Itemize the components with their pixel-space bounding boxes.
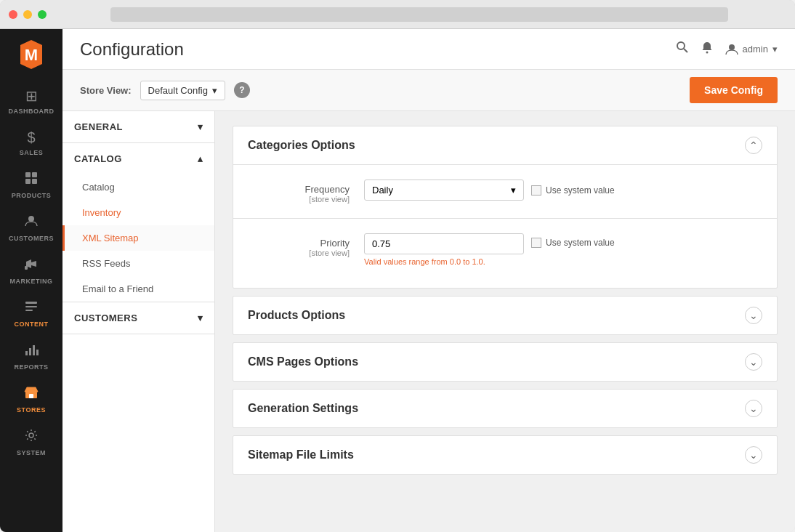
nav-item-inventory[interactable]: Inventory [62,200,214,225]
panel-cms-pages-options-toggle[interactable]: ⌄ [745,353,762,371]
svg-rect-6 [32,179,37,184]
nav-section-general-chevron: ▾ [198,121,203,132]
svg-rect-14 [33,345,35,355]
customers-icon [24,214,39,232]
sidebar-item-products[interactable]: PRODUCTS [0,164,62,206]
page-header: Configuration admin ▾ [62,29,795,70]
sidebar-item-marketing[interactable]: MARKETING [0,249,62,292]
field-frequency-input-col: Daily ▾ Use system value [364,180,762,201]
nav-section-general: GENERAL ▾ [62,111,214,143]
help-icon[interactable]: ? [234,82,250,98]
nav-item-rss-feeds[interactable]: RSS Feeds [62,251,214,276]
panel-products-options-header[interactable]: Products Options ⌄ [233,297,777,334]
nav-section-customers-chevron: ▾ [198,313,203,323]
panel-sitemap-file-limits-header[interactable]: Sitemap File Limits ⌄ [233,436,777,474]
frequency-use-system-checkbox[interactable] [531,185,541,196]
priority-system-label: Use system value [546,238,615,248]
panel-cms-pages-options-title: CMS Pages Options [248,355,358,368]
nav-section-catalog-header[interactable]: CATALOG ▴ [62,143,214,174]
field-divider [233,218,777,219]
priority-input-wrapper: Valid values range from 0.0 to 1.0. [364,233,524,266]
nav-section-catalog-chevron: ▴ [198,153,203,164]
panel-categories-options: Categories Options ⌃ Frequency [store vi… [233,126,778,289]
sidebar-item-dashboard-label: DASHBOARD [9,108,55,115]
svg-rect-17 [29,394,33,398]
nav-section-customers-header[interactable]: CUSTOMERS ▾ [62,302,214,334]
nav-item-xml-sitemap[interactable]: XML Sitemap [62,225,214,251]
panel-categories-options-header[interactable]: Categories Options ⌃ [233,126,777,165]
sidebar-item-content[interactable]: CONTENT [0,292,62,335]
store-view-select[interactable]: Default Config ▾ [140,81,225,100]
svg-rect-4 [32,172,37,177]
sidebar-item-reports-label: REPORTS [14,363,48,371]
panel-products-options-toggle[interactable]: ⌄ [745,307,762,324]
svg-text:M: M [25,46,38,64]
close-button[interactable] [9,10,17,19]
sidebar-item-customers-label: CUSTOMERS [9,235,54,242]
app-layout: M ⊞ DASHBOARD $ SALES PRODUCTS [0,29,795,532]
nav-item-email-to-friend[interactable]: Email to a Friend [62,276,214,302]
frequency-select[interactable]: Daily ▾ [364,180,524,201]
maximize-button[interactable] [38,10,47,19]
field-frequency-label-col: Frequency [store view] [248,180,364,203]
panel-generation-settings-toggle[interactable]: ⌄ [745,400,762,417]
priority-hint: Valid values range from 0.0 to 1.0. [364,257,524,266]
titlebar [0,0,795,29]
panel-products-options: Products Options ⌄ [233,296,778,335]
sidebar-item-marketing-label: MARKETING [10,278,53,285]
sidebar-item-reports[interactable]: REPORTS [0,335,62,378]
sidebar: M ⊞ DASHBOARD $ SALES PRODUCTS [0,29,62,532]
svg-rect-10 [25,306,37,307]
sidebar-item-dashboard[interactable]: ⊞ DASHBOARD [0,80,62,122]
field-priority: Priority [store view] Valid values range… [248,233,762,266]
svg-line-20 [684,49,687,52]
panel-sitemap-file-limits-toggle[interactable]: ⌄ [745,446,762,464]
svg-rect-11 [25,310,33,311]
svg-rect-12 [25,351,28,355]
field-frequency-sublabel: [store view] [248,195,350,203]
frequency-system-value: Use system value [531,185,615,196]
svg-rect-9 [25,302,37,304]
dashboard-icon: ⊞ [25,87,38,105]
stores-icon [24,385,39,403]
system-icon [24,428,39,446]
sidebar-item-products-label: PRODUCTS [12,192,52,199]
notifications-icon[interactable] [701,41,714,57]
panel-categories-options-title: Categories Options [248,139,355,152]
nav-item-catalog[interactable]: Catalog [62,174,214,200]
frequency-system-label: Use system value [546,185,615,196]
logo[interactable]: M [13,36,49,73]
sidebar-item-stores[interactable]: STORES [0,378,62,421]
search-icon[interactable] [676,41,689,57]
priority-input[interactable] [364,233,524,254]
minimize-button[interactable] [23,10,32,19]
frequency-value: Daily [372,185,393,196]
priority-use-system-checkbox[interactable] [531,238,541,248]
svg-rect-15 [36,350,39,355]
sidebar-item-system[interactable]: SYSTEM [0,421,62,464]
panel-generation-settings-header[interactable]: Generation Settings ⌄ [233,390,777,427]
store-view-dropdown-icon: ▾ [212,85,217,96]
field-priority-label: Priority [248,238,350,249]
panel-products-options-title: Products Options [248,309,345,322]
main-content: Configuration admin ▾ S [62,29,795,532]
panel-sitemap-file-limits: Sitemap File Limits ⌄ [233,435,778,475]
priority-system-value: Use system value [531,233,615,248]
marketing-icon [24,257,39,275]
sidebar-item-sales[interactable]: $ SALES [0,122,62,164]
app-window: M ⊞ DASHBOARD $ SALES PRODUCTS [0,0,795,532]
nav-section-catalog-label: CATALOG [74,153,122,164]
nav-section-general-header[interactable]: GENERAL ▾ [62,111,214,142]
panel-cms-pages-options-header[interactable]: CMS Pages Options ⌄ [233,343,777,381]
sidebar-item-customers[interactable]: CUSTOMERS [0,206,62,249]
panel-categories-options-toggle[interactable]: ⌃ [745,137,762,154]
address-bar[interactable] [110,7,728,22]
sidebar-item-sales-label: SALES [20,149,44,156]
nav-section-catalog: CATALOG ▴ Catalog Inventory XML Sitemap [62,143,214,302]
save-config-button[interactable]: Save Config [690,77,778,103]
svg-point-21 [706,52,708,54]
svg-rect-8 [25,266,28,270]
svg-point-22 [729,44,735,50]
user-menu[interactable]: admin ▾ [725,43,778,56]
nav-item-inventory-label: Inventory [82,207,121,218]
